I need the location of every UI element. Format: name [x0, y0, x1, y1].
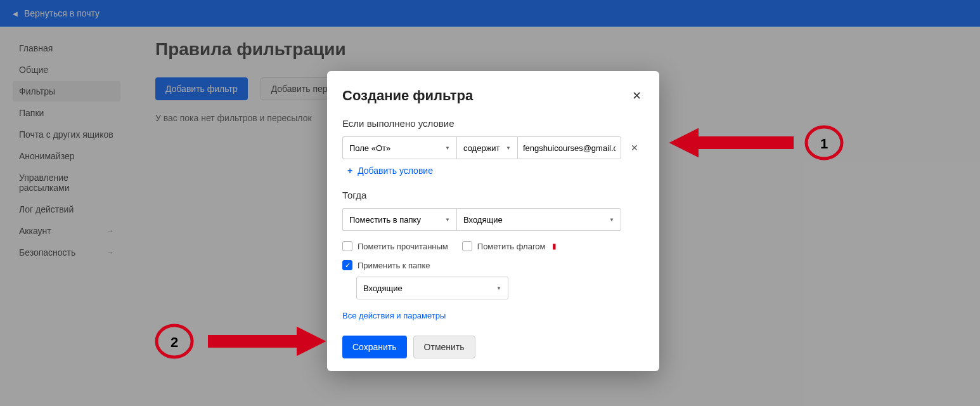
close-modal-button[interactable]: ✕ [629, 86, 644, 105]
condition-field-select[interactable]: Поле «От» ▼ [342, 136, 456, 159]
close-icon: ✕ [631, 143, 638, 153]
action-type-select[interactable]: Поместить в папку ▼ [342, 208, 456, 231]
condition-operator-value: содержит [463, 143, 500, 153]
chevron-down-icon: ▼ [496, 285, 501, 291]
chevron-down-icon: ▼ [609, 217, 614, 223]
apply-folder-value: Входящие [363, 284, 403, 293]
mark-read-checkbox[interactable]: Пометить прочитанным [342, 241, 448, 251]
action-folder-value: Входящие [463, 215, 503, 225]
add-condition-button[interactable]: + Добавить условие [347, 166, 433, 176]
checkbox-icon [462, 241, 472, 251]
close-icon: ✕ [632, 89, 642, 102]
condition-row: Поле «От» ▼ содержит ▼ ✕ [342, 136, 644, 159]
condition-heading: Если выполнено условие [342, 118, 644, 129]
add-condition-label: Добавить условие [358, 166, 433, 176]
chevron-down-icon: ▼ [445, 217, 450, 223]
then-heading: Тогда [342, 190, 644, 200]
condition-value-input[interactable] [517, 136, 621, 159]
action-row: Поместить в папку ▼ Входящие ▼ [342, 208, 644, 231]
condition-field-value: Поле «От» [349, 143, 390, 153]
save-button[interactable]: Сохранить [342, 336, 407, 358]
apply-folder-select[interactable]: Входящие ▼ [356, 277, 508, 299]
cancel-button[interactable]: Отменить [413, 336, 475, 358]
mark-flag-label: Пометить флагом [477, 242, 546, 251]
chevron-down-icon: ▼ [506, 145, 511, 151]
plus-icon: + [347, 166, 352, 176]
checkbox-checked-icon: ✓ [342, 260, 352, 270]
chevron-down-icon: ▼ [445, 145, 450, 151]
mark-flag-checkbox[interactable]: Пометить флагом ▮ [462, 241, 557, 251]
flag-icon: ▮ [552, 242, 557, 251]
modal-title: Создание фильтра [342, 88, 473, 104]
action-type-value: Поместить в папку [349, 215, 421, 225]
remove-condition-button[interactable]: ✕ [628, 141, 642, 155]
mark-read-label: Пометить прочитанным [358, 242, 448, 251]
checkbox-icon [342, 241, 352, 251]
apply-to-folder-checkbox[interactable]: ✓ Применить к папке [342, 260, 644, 270]
create-filter-modal: Создание фильтра ✕ Если выполнено услови… [327, 71, 659, 371]
all-actions-link[interactable]: Все действия и параметры [342, 311, 446, 320]
apply-to-folder-label: Применить к папке [358, 261, 430, 270]
action-folder-select[interactable]: Входящие ▼ [456, 208, 621, 231]
condition-operator-select[interactable]: содержит ▼ [456, 136, 517, 159]
